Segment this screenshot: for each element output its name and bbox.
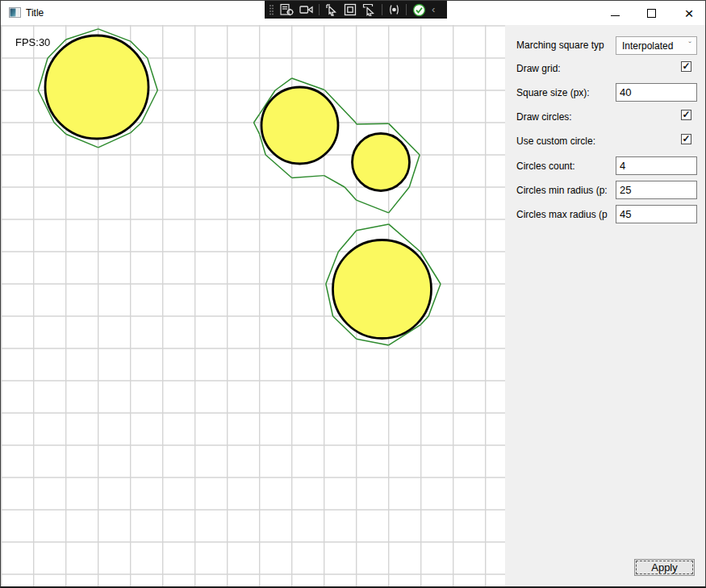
toolbar-separator (406, 4, 407, 15)
circles-min-radius-input[interactable] (616, 181, 697, 199)
marching-square-type-dropdown[interactable]: Interpolated ˇ (616, 36, 697, 55)
close-icon: × (684, 6, 693, 21)
webcam-overlay-icon[interactable] (388, 3, 400, 16)
circles-max-radius-input[interactable] (616, 205, 697, 223)
square-size-label: Square size (px): (516, 87, 590, 98)
accept-icon[interactable] (412, 3, 426, 17)
draw-grid-label: Draw grid: (516, 63, 561, 74)
fps-counter: FPS:30 (15, 36, 50, 48)
draw-circles-label: Draw circles: (516, 111, 572, 123)
toolbar-separator (382, 4, 382, 15)
grip-handle-icon[interactable] (269, 3, 274, 16)
scene-area: FPS:30 (1, 25, 505, 586)
draw-circles-checkbox[interactable]: ✓ (681, 110, 691, 120)
square-size-input[interactable] (616, 83, 697, 102)
scene-canvas[interactable] (1, 25, 505, 586)
use-custom-circle-label: Use custom circle: (516, 136, 595, 147)
collapse-toolbar-icon[interactable]: ‹ (432, 4, 435, 16)
circles-count-input[interactable] (616, 156, 697, 175)
capture-toolbar: ‹ (265, 1, 447, 19)
use-custom-circle-checkbox[interactable]: ✓ (681, 134, 691, 144)
select-area-pointer-icon[interactable] (362, 3, 376, 16)
circles-max-radius-label: Circles max radius (p (516, 209, 608, 220)
draw-grid-checkbox[interactable]: ✓ (681, 61, 691, 72)
chevron-down-icon: ˇ (688, 40, 691, 50)
circles-count-label: Circles count: (516, 161, 575, 172)
close-button[interactable]: × (675, 1, 703, 25)
titlebar: Title (1, 1, 705, 25)
maximize-button[interactable] (637, 1, 665, 25)
app-icon (9, 7, 21, 18)
dropdown-selected-value: Interpolated (622, 40, 673, 52)
toolbar-separator (319, 4, 320, 15)
checkmark-icon: ✓ (682, 110, 690, 119)
select-region-icon[interactable] (344, 3, 357, 16)
window-title: Title (26, 7, 44, 19)
maximize-icon (647, 9, 656, 18)
circles-min-radius-label: Circles min radius (p: (516, 185, 608, 196)
marching-square-type-label: Marching square typ (516, 40, 604, 51)
minimize-icon (611, 15, 620, 16)
checkmark-icon: ✓ (682, 134, 690, 144)
app-window: Title (0, 0, 706, 588)
recorder-options-icon[interactable] (280, 3, 294, 16)
camera-icon[interactable] (299, 3, 313, 16)
select-window-icon[interactable] (325, 3, 338, 16)
minimize-button[interactable] (601, 1, 629, 25)
settings-panel: Marching square typ Interpolated ˇ Draw … (505, 25, 705, 586)
checkmark-icon: ✓ (682, 61, 690, 71)
apply-button[interactable]: Apply (634, 559, 695, 576)
